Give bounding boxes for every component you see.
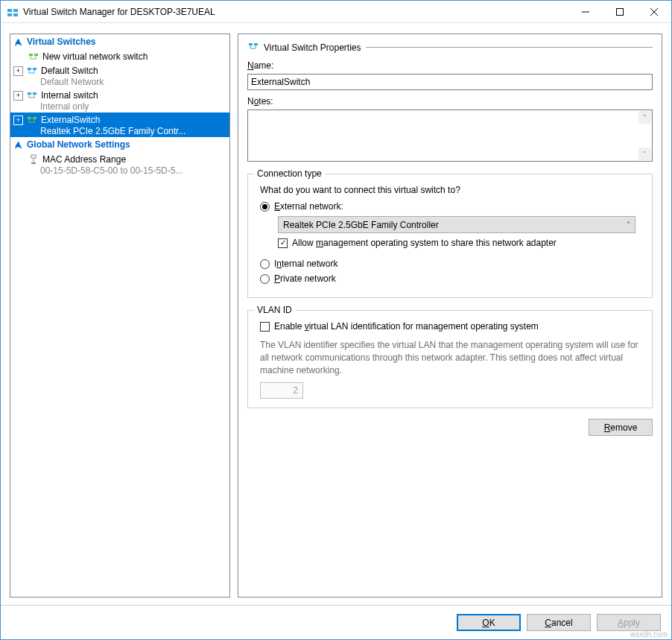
expand-icon[interactable]: + [13,91,23,101]
checkbox-icon: ✓ [278,238,288,248]
svg-rect-30 [31,162,36,164]
chevron-down-icon: ˅ [627,221,630,229]
checkbox-icon [260,322,270,332]
ok-button[interactable]: OK [457,614,521,631]
dialog-footer: OK Cancel Apply [1,605,671,639]
network-switch-new-icon [28,51,39,63]
tree-label: ExternalSwitch [41,115,100,125]
svg-rect-23 [28,117,31,119]
tree-sublabel: Realtek PCIe 2.5GbE Family Contr... [10,126,219,136]
scroll-down-icon[interactable]: ˅ [638,148,651,160]
tree-sublabel: 00-15-5D-58-C5-00 to 00-15-5D-5... [10,165,219,176]
tree-default-switch[interactable]: + Default Switch Default Network [10,63,229,88]
svg-rect-8 [29,54,33,56]
expand-icon[interactable]: + [13,66,23,76]
app-icon [7,6,19,18]
name-label: Name: [247,60,653,71]
radio-internal-network[interactable]: Internal network [260,259,643,269]
checkbox-label: Allow management operating system to sha… [292,238,557,248]
radio-external-network[interactable]: External network: [260,201,643,212]
cancel-button[interactable]: Cancel [527,614,591,631]
name-input[interactable] [247,74,653,90]
svg-rect-19 [33,92,37,95]
svg-rect-5 [617,8,624,15]
tree-label: New virtual network switch [42,51,148,62]
maximize-button[interactable] [603,1,637,23]
tree-mac-address-range[interactable]: MAC Address Range 00-15-5D-58-C5-00 to 0… [10,152,229,177]
mac-range-icon [28,153,39,165]
connection-type-legend: Connection type [254,168,325,179]
radio-private-network[interactable]: Private network [260,273,643,284]
tree-new-virtual-switch[interactable]: New virtual network switch [10,49,229,63]
svg-rect-9 [34,54,38,56]
notes-textarea[interactable]: ˄ ˅ [247,110,653,162]
svg-rect-0 [7,9,12,12]
scroll-up-icon[interactable]: ˄ [638,111,651,124]
content-area: ⮝ Virtual Switches New virtual network s… [1,23,671,605]
vlan-legend: VLAN ID [254,305,295,315]
properties-panel: Virtual Switch Properties Name: Notes: ˄… [238,34,662,598]
connection-type-group: Connection type What do you want to conn… [247,174,653,298]
section-label: Global Network Settings [27,139,130,150]
tree-external-switch[interactable]: + ExternalSwitch Realtek PCIe 2.5GbE Fam… [10,113,229,137]
tree-sublabel: Default Network [10,77,219,87]
section-global-network-settings[interactable]: ⮝ Global Network Settings [10,137,229,152]
minimize-button[interactable] [568,1,603,23]
window-controls [568,1,671,23]
collapse-icon: ⮝ [13,38,24,46]
expand-icon[interactable]: + [13,115,23,125]
watermark: wsxdn.com [630,630,668,639]
network-switch-icon [26,89,38,101]
tree-internal-switch[interactable]: + Internal switch Internal only [10,88,229,113]
apply-button[interactable]: Apply [597,614,661,631]
svg-rect-3 [13,13,18,16]
radio-icon [260,274,270,284]
tree-sublabel: Internal only [10,101,219,112]
tree-label: Internal switch [41,90,98,101]
svg-rect-13 [28,68,31,70]
checkbox-allow-management-os[interactable]: ✓ Allow management operating system to s… [278,238,643,248]
window-frame: Virtual Switch Manager for DESKTOP-3E7UE… [0,0,672,640]
remove-button[interactable]: Remove [589,419,653,436]
network-switch-icon [247,42,259,53]
svg-rect-24 [33,117,37,119]
svg-rect-31 [249,43,253,45]
svg-rect-18 [28,92,31,95]
panel-title: Virtual Switch Properties [264,42,361,53]
network-switch-icon [26,114,38,126]
checkbox-label: Enable virtual LAN identification for ma… [274,321,539,332]
svg-rect-2 [7,13,12,16]
radio-label: Internal network [274,259,337,269]
divider [366,47,653,48]
vlan-help-text: The VLAN identifier specifies the virtua… [260,339,640,376]
close-button[interactable] [637,1,671,23]
tree-label: Default Switch [41,66,98,76]
svg-rect-28 [31,155,36,158]
svg-rect-14 [33,68,37,70]
radio-label: External network: [274,201,343,212]
radio-icon [260,259,270,269]
collapse-icon: ⮝ [13,141,24,149]
adapter-combobox[interactable]: Realtek PCIe 2.5GbE Family Controller ˅ [278,216,635,233]
radio-icon [260,202,270,212]
svg-rect-32 [254,43,258,45]
radio-label: Private network [274,273,336,284]
connection-question: What do you want to connect this virtual… [260,185,643,195]
adapter-selected: Realtek PCIe 2.5GbE Family Controller [283,220,439,230]
checkbox-enable-vlan[interactable]: Enable virtual LAN identification for ma… [260,321,643,332]
network-switch-icon [26,65,38,77]
section-virtual-switches[interactable]: ⮝ Virtual Switches [10,34,229,49]
sidebar-tree: ⮝ Virtual Switches New virtual network s… [10,34,230,598]
vlan-id-input [260,382,303,399]
vlan-id-group: VLAN ID Enable virtual LAN identificatio… [247,310,653,408]
svg-rect-1 [13,9,18,12]
window-title: Virtual Switch Manager for DESKTOP-3E7UE… [23,7,568,17]
titlebar: Virtual Switch Manager for DESKTOP-3E7UE… [1,1,671,23]
notes-label: Notes: [247,96,653,107]
panel-header: Virtual Switch Properties [247,42,653,53]
tree-label: MAC Address Range [42,154,126,165]
section-label: Virtual Switches [27,37,95,47]
